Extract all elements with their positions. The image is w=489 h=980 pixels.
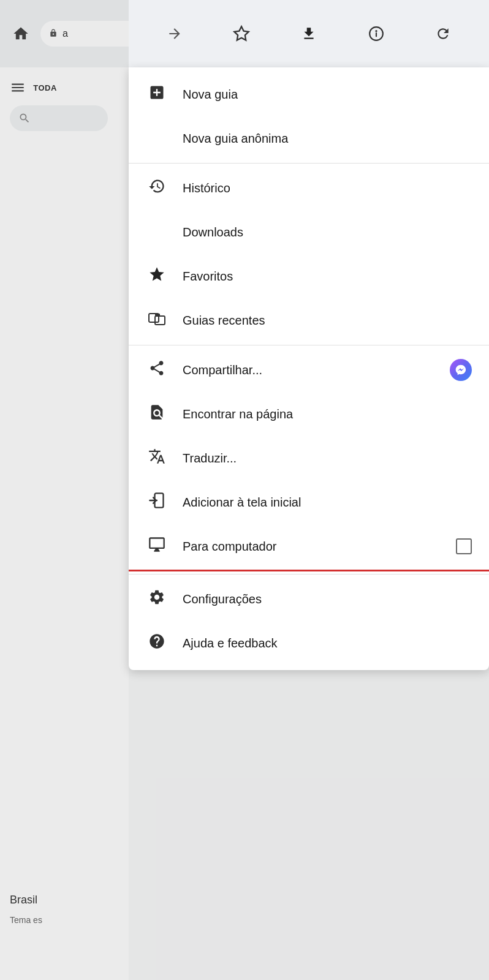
translate-icon — [146, 448, 168, 469]
nova-guia-anonima-label: Nova guia anônima — [183, 132, 472, 146]
checkbox-suffix[interactable] — [456, 538, 472, 554]
history-icon — [146, 178, 168, 199]
menu-toolbar — [129, 0, 489, 67]
svg-rect-10 — [155, 314, 160, 316]
messenger-suffix — [450, 359, 472, 381]
desktop-mode-checkbox[interactable] — [456, 538, 472, 554]
ajuda-label: Ajuda e feedback — [183, 636, 472, 650]
menu-item-favoritos[interactable]: Favoritos — [129, 254, 489, 298]
new-tab-icon — [146, 84, 168, 105]
menu-item-traduzir[interactable]: Traduzir... — [129, 436, 489, 480]
red-divider — [129, 570, 489, 571]
menu-item-configuracoes[interactable]: Configurações — [129, 577, 489, 621]
compartilhar-label: Compartilhar... — [183, 363, 435, 377]
forward-icon[interactable] — [159, 18, 190, 49]
settings-icon — [146, 589, 168, 610]
adicionar-tela-label: Adicionar à tela inicial — [183, 496, 472, 510]
divider-3 — [129, 574, 489, 575]
add-to-home-icon — [146, 492, 168, 513]
guias-recentes-label: Guias recentes — [183, 314, 472, 328]
dropdown-menu: Nova guia Nova guia anônima Histórico Do… — [129, 67, 489, 670]
menu-item-downloads[interactable]: Downloads — [129, 210, 489, 254]
menu-item-nova-guia[interactable]: Nova guia — [129, 72, 489, 116]
find-in-page-icon — [146, 404, 168, 425]
refresh-icon[interactable] — [428, 18, 458, 49]
para-computador-label: Para computador — [183, 540, 441, 554]
desktop-icon — [146, 536, 168, 557]
menu-item-encontrar[interactable]: Encontrar na página — [129, 392, 489, 436]
favoritos-label: Favoritos — [183, 270, 472, 284]
downloads-icon — [146, 224, 168, 241]
menu-item-guias-recentes[interactable]: Guias recentes — [129, 298, 489, 342]
bookmark-star-icon[interactable] — [226, 18, 257, 49]
traduzir-label: Traduzir... — [183, 451, 472, 466]
recent-tabs-icon — [146, 310, 168, 331]
info-icon[interactable] — [361, 18, 392, 49]
configuracoes-label: Configurações — [183, 592, 472, 606]
encontrar-label: Encontrar na página — [183, 407, 472, 421]
menu-item-para-computador[interactable]: Para computador — [129, 524, 489, 568]
divider-1 — [129, 163, 489, 164]
nova-guia-label: Nova guia — [183, 88, 472, 102]
svg-rect-9 — [155, 316, 165, 325]
menu-item-adicionar-tela[interactable]: Adicionar à tela inicial — [129, 480, 489, 524]
historico-label: Histórico — [183, 181, 472, 195]
menu-item-ajuda[interactable]: Ajuda e feedback — [129, 621, 489, 665]
downloads-label: Downloads — [183, 225, 472, 239]
menu-item-nova-guia-anonima[interactable]: Nova guia anônima — [129, 116, 489, 160]
share-icon — [146, 360, 168, 381]
messenger-icon — [450, 359, 472, 381]
favorites-icon — [146, 266, 168, 287]
menu-item-historico[interactable]: Histórico — [129, 166, 489, 210]
help-icon — [146, 633, 168, 654]
menu-item-compartilhar[interactable]: Compartilhar... — [129, 348, 489, 392]
download-toolbar-icon[interactable] — [294, 18, 324, 49]
divider-2 — [129, 345, 489, 345]
